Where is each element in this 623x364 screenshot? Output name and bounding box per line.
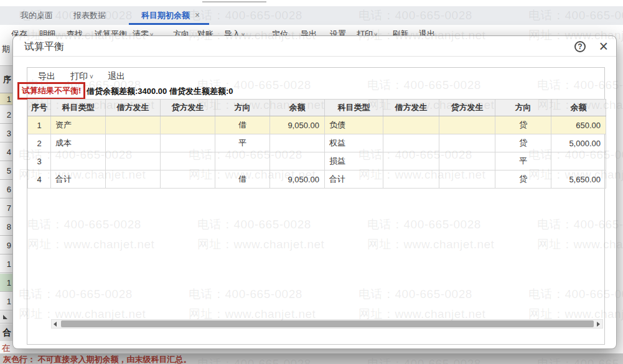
tab-bar: 我的桌面 报表数据 科目期初余额 × (0, 6, 623, 25)
background-table-row: 1 (0, 292, 13, 310)
table-cell (383, 170, 439, 189)
tab-my-desktop[interactable]: 我的桌面 (21, 6, 53, 25)
balance-difference-text: 借贷余额差额:3400.00 借贷发生额差额:0 (87, 86, 233, 97)
screen: 我的桌面 报表数据 科目期初余额 × 保存明细查找试算平衡清零˅方向对账导入˅定… (0, 0, 623, 364)
table-cell (439, 152, 495, 170)
table-cell (439, 116, 495, 134)
unbalanced-warning-badge: 试算结果不平衡! (17, 82, 85, 100)
popup-edge-line (202, 1, 266, 2)
chevron-down-icon: ˅ (90, 73, 93, 80)
table-cell (383, 134, 439, 152)
table-cell: 负债 (325, 116, 383, 134)
tab-account-opening-balance[interactable]: 科目期初余额 (141, 6, 190, 25)
table-cell: 2 (28, 134, 51, 152)
background-table-row: 3 (0, 124, 13, 142)
table-cell (383, 152, 439, 170)
table-cell: 1 (28, 116, 51, 134)
background-table-row: 8 (0, 218, 13, 236)
table-cell (439, 170, 495, 189)
table-cell (270, 134, 325, 152)
table-cell: 9,050.00 (270, 170, 325, 189)
column-header: 借方发生 (383, 100, 439, 116)
scroll-left-arrow-icon (54, 322, 57, 327)
dialog-title: 试算平衡 (24, 40, 64, 54)
table-cell (161, 152, 215, 170)
background-period-label: 期 (2, 44, 10, 55)
background-table-row: 5 (0, 162, 13, 180)
close-icon[interactable]: × (599, 37, 608, 55)
active-tab-underline (129, 23, 209, 25)
table-cell (106, 170, 161, 189)
column-header: 方向 (495, 100, 551, 116)
exit-button[interactable]: 退出 (108, 71, 125, 82)
table-header-row: 序号科目类型借方发生贷方发生方向余额科目类型借方发生贷方发生方向余额 (28, 100, 606, 116)
table-cell: 贷 (495, 170, 551, 189)
scrollbar-thumb[interactable] (61, 320, 594, 327)
column-header: 余额 (270, 100, 325, 116)
table-cell: 资产 (51, 116, 106, 134)
table-cell: 5,650.00 (551, 170, 606, 189)
background-table-row: 1 (0, 255, 13, 273)
table-cell (383, 116, 439, 134)
table-cell: 3 (28, 152, 51, 170)
background-partial-note: 在 (2, 343, 11, 354)
table-row[interactable]: 1资产借9,050.00负债贷650.00 (28, 116, 606, 134)
background-table-row: 1 (0, 93, 13, 105)
column-header: 序号 (28, 100, 51, 116)
tab-close-icon[interactable]: × (195, 6, 200, 25)
table-cell: 合计 (325, 170, 383, 189)
table-cell: 成本 (51, 134, 106, 152)
background-table-row: 4 (0, 143, 13, 161)
table-cell (161, 170, 215, 189)
table-row[interactable]: 2成本平权益贷5,000.00 (28, 134, 606, 152)
table-cell (551, 152, 606, 170)
scroll-right-arrow-icon (597, 322, 600, 327)
table-row[interactable]: 3损益平 (28, 152, 606, 170)
help-icon[interactable]: ? (574, 41, 586, 52)
table-cell (439, 134, 495, 152)
table-cell (270, 152, 325, 170)
column-header: 方向 (215, 100, 270, 116)
background-toolbar: 保存明细查找试算平衡清零˅方向对账导入˅定位导出设置打印˅刷新退出 (0, 27, 623, 36)
table-cell (215, 152, 270, 170)
background-table-row: 6 (0, 180, 13, 198)
table-cell (161, 134, 215, 152)
top-strip (0, 0, 623, 6)
background-table-row: 9 (0, 236, 13, 254)
horizontal-scrollbar[interactable] (51, 319, 603, 329)
background-row-header-cell: 序 (0, 65, 13, 93)
column-header: 贷方发生 (439, 100, 495, 116)
dialog-panel: 导出 打印˅ 退出 试算结果不平衡! 借贷余额差额:3400.00 借贷发生额差… (27, 67, 605, 345)
scroll-right-button[interactable] (594, 320, 602, 328)
table-cell (106, 152, 161, 170)
table-cell: 平 (495, 152, 551, 170)
table-cell (51, 152, 106, 170)
bottom-hint-bar: 灰色行： 不可直接录入期初余额，由末级科目汇总。 (0, 353, 623, 364)
tab-report-data[interactable]: 报表数据 (73, 6, 106, 25)
table-cell: 合计 (51, 170, 106, 189)
table-cell: 4 (28, 170, 51, 189)
gray-row-hint-text: 灰色行： 不可直接录入期初余额，由末级科目汇总。 (3, 354, 192, 364)
table-cell: 9,050.00 (270, 116, 325, 134)
background-corner-cell (0, 311, 13, 324)
background-total-cell: 合 (0, 324, 13, 341)
background-table-row: 1 (0, 274, 13, 292)
table-cell: 平 (215, 134, 270, 152)
table-cell: 贷 (495, 134, 551, 152)
print-button[interactable]: 打印˅ (70, 71, 93, 82)
table-cell: 借 (215, 116, 270, 134)
column-header: 贷方发生 (161, 100, 215, 116)
table-row[interactable]: 4合计借9,050.00合计贷5,650.00 (28, 170, 606, 189)
column-header: 科目类型 (325, 100, 383, 116)
column-header: 余额 (551, 100, 606, 116)
resize-corner-icon (3, 315, 7, 319)
scroll-left-button[interactable] (52, 320, 60, 328)
column-header: 借方发生 (106, 100, 161, 116)
table-cell: 5,000.00 (551, 134, 606, 152)
table-cell (161, 116, 215, 134)
export-button[interactable]: 导出 (38, 71, 55, 82)
title-separator (13, 56, 616, 57)
table-cell (106, 134, 161, 152)
background-table-row: 2 (0, 106, 13, 124)
trial-balance-table: 序号科目类型借方发生贷方发生方向余额科目类型借方发生贷方发生方向余额 1资产借9… (27, 99, 606, 189)
